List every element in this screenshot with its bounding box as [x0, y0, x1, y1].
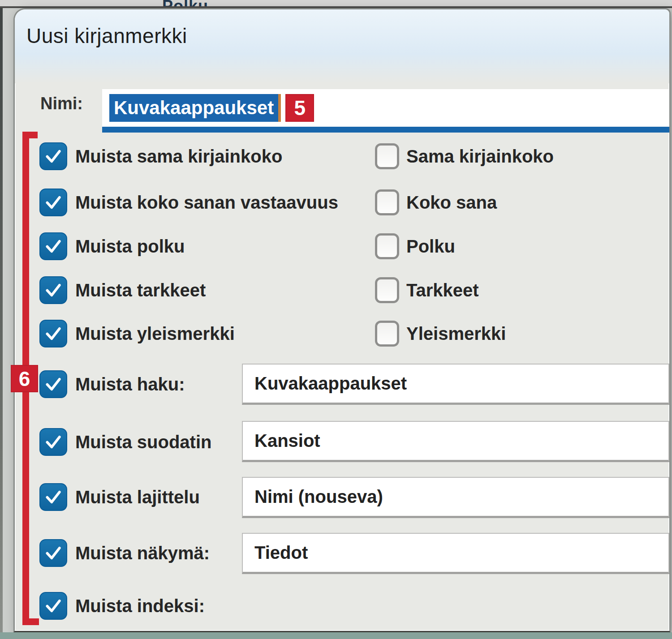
- option-row: Muista polku Polku: [15, 232, 669, 260]
- screen: Polku Uusi kirjanmerkki Nimi: Kuvakaappa…: [0, 0, 672, 639]
- checkbox-muista-suodatin[interactable]: [39, 428, 67, 456]
- background-left-edge: [0, 0, 3, 639]
- checkmark-icon: [41, 234, 65, 258]
- checkbox-muista-lajittelu[interactable]: [39, 483, 67, 511]
- option-label: Muista indeksi:: [75, 592, 205, 620]
- checkbox-muista-tarkkeet[interactable]: [39, 276, 67, 304]
- checkbox-muista-indeksi[interactable]: [39, 592, 67, 620]
- checkbox-polku[interactable]: [375, 233, 399, 259]
- checkmark-icon: [41, 144, 65, 168]
- checkbox-muista-sama-kirjainkoko[interactable]: [39, 142, 67, 170]
- background-column-header-strip: Polku: [0, 0, 672, 6]
- option-label: Muista koko sanan vastaavuus: [75, 189, 338, 216]
- option-label: Muista haku:: [75, 370, 185, 398]
- muista-haku-input[interactable]: Kuvakaappaukset: [242, 364, 669, 405]
- annotation-bracket-bottom: [22, 618, 39, 625]
- checkmark-icon: [41, 430, 65, 454]
- option-label: Muista tarkkeet: [75, 276, 206, 304]
- option-label: Muista sama kirjainkoko: [75, 142, 282, 170]
- name-label: Nimi:: [40, 94, 83, 113]
- checkmark-icon: [41, 541, 65, 565]
- annotation-badge-6: 6: [11, 365, 38, 392]
- option-label: Koko sana: [406, 189, 497, 216]
- option-row: Muista tarkkeet Tarkkeet: [15, 276, 669, 304]
- new-bookmark-dialog: Uusi kirjanmerkki Nimi: Kuvakaappaukset …: [13, 8, 671, 632]
- checkbox-muista-haku[interactable]: [39, 370, 67, 398]
- checkbox-tarkkeet[interactable]: [375, 277, 399, 303]
- muista-lajittelu-input[interactable]: Nimi (nouseva): [242, 477, 669, 518]
- muista-nakyma-input[interactable]: Tiedot: [242, 533, 669, 574]
- option-label: Muista suodatin: [75, 428, 211, 456]
- option-label: Polku: [406, 232, 455, 260]
- option-label: Muista lajittelu: [75, 483, 200, 511]
- checkbox-koko-sana[interactable]: [375, 189, 399, 215]
- checkbox-sama-kirjainkoko[interactable]: [375, 143, 399, 169]
- checkmark-icon: [41, 594, 65, 618]
- column-header-polku[interactable]: Polku: [162, 0, 208, 6]
- name-input[interactable]: Kuvakaappaukset 5: [102, 89, 669, 127]
- option-label: Muista näkymä:: [75, 539, 210, 567]
- checkmark-icon: [41, 372, 65, 396]
- checkmark-icon: [41, 485, 65, 509]
- option-row: Muista yleismerkki Yleismerkki: [15, 320, 669, 347]
- option-label: Tarkkeet: [406, 276, 479, 304]
- checkmark-icon: [41, 190, 65, 214]
- option-label: Sama kirjainkoko: [406, 142, 554, 170]
- option-row: Muista sama kirjainkoko Sama kirjainkoko: [15, 142, 669, 170]
- annotation-bracket-top: [22, 132, 38, 138]
- name-input-underline: [102, 127, 669, 133]
- checkbox-muista-koko-sanan-vastaavuus[interactable]: [39, 189, 67, 216]
- selected-text: Kuvakaappaukset: [109, 94, 278, 122]
- option-row: Muista indeksi:: [15, 592, 669, 620]
- checkmark-icon: [41, 278, 65, 302]
- background-bottom-strip: [0, 632, 672, 639]
- checkmark-icon: [41, 322, 65, 345]
- option-row: Muista koko sanan vastaavuus Koko sana: [15, 189, 669, 216]
- checkbox-muista-yleismerkki[interactable]: [39, 320, 67, 347]
- option-label: Muista yleismerkki: [75, 320, 235, 347]
- annotation-badge-5: 5: [285, 94, 314, 122]
- text-caret: [278, 94, 281, 122]
- option-label: Yleismerkki: [406, 320, 506, 347]
- checkbox-yleismerkki[interactable]: [375, 321, 399, 347]
- checkbox-muista-nakyma[interactable]: [39, 539, 67, 567]
- checkbox-muista-polku[interactable]: [39, 232, 67, 260]
- dialog-title: Uusi kirjanmerkki: [26, 24, 187, 48]
- muista-suodatin-input[interactable]: Kansiot: [242, 421, 669, 462]
- option-label: Muista polku: [75, 232, 185, 260]
